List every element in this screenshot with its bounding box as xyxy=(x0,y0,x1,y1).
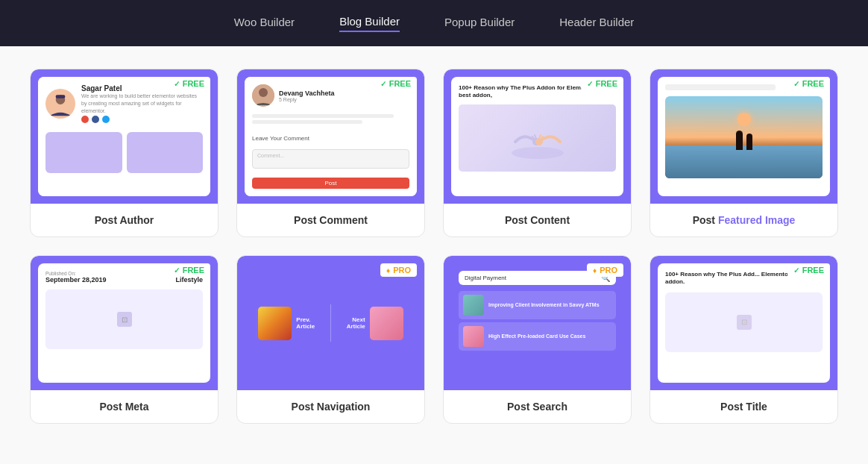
nav-header-builder[interactable]: Header Builder xyxy=(559,16,634,31)
svg-line-9 xyxy=(535,135,536,139)
badge-free-title: ✓ FREE xyxy=(787,263,830,277)
cards-row1: ✓ FREE xyxy=(30,69,838,237)
main-content: ✓ FREE xyxy=(0,46,868,464)
card-post-navigation[interactable]: ♦ PRO Prev. Article xyxy=(236,255,425,424)
nav-next-article-text: Article xyxy=(347,323,365,330)
author-icon-1 xyxy=(81,116,89,123)
badge-free-featured: ✓ FREE xyxy=(787,77,830,90)
comment-post-button[interactable]: Post xyxy=(252,178,409,189)
comment-user-name: Devang Vachheta xyxy=(279,90,335,97)
card-label-post-title: Post Title xyxy=(714,390,773,423)
meta-image: ⊡ xyxy=(45,289,203,349)
nav-prev-article: Prev. Article xyxy=(258,307,315,340)
featured-image xyxy=(665,96,823,178)
search-result-2: High Effect Pre-loaded Card Use Cases xyxy=(459,322,616,351)
author-icon-2 xyxy=(92,116,99,123)
nav-woo-builder[interactable]: Woo Builder xyxy=(234,16,295,31)
comment-reply-count: 5 Reply xyxy=(279,97,335,102)
svg-rect-2 xyxy=(56,95,66,98)
card-label-post-meta: Post Meta xyxy=(93,390,154,423)
search-result-1: Improving Client Involvement in Savvy AT… xyxy=(459,291,616,319)
nav-prev-label: Prev. xyxy=(296,316,315,323)
cards-row2: ✓ FREE Published On: September 28,2019 C… xyxy=(30,255,838,424)
svg-point-5 xyxy=(512,147,564,159)
top-nav: Woo Builder Blog Builder Popup Builder H… xyxy=(0,0,868,46)
author-avatar xyxy=(45,89,75,119)
svg-line-11 xyxy=(539,135,541,139)
search-result-thumb-1 xyxy=(463,295,484,316)
content-image xyxy=(459,104,616,172)
card-post-comment[interactable]: ✓ FREE xyxy=(236,69,425,237)
badge-free-content: ✓ FREE xyxy=(581,77,623,90)
comment-avatar xyxy=(252,84,274,107)
badge-pro-navigation: ♦ PRO xyxy=(380,263,417,277)
card-label-post-author: Post Author xyxy=(89,204,160,236)
search-query-text: Digital Payment xyxy=(465,275,601,281)
card-post-author[interactable]: ✓ FREE xyxy=(30,69,218,237)
nav-next-label: Next xyxy=(347,316,365,323)
nav-prev-article-text: Article xyxy=(296,323,315,330)
featured-title-bar xyxy=(665,84,776,90)
card-post-featured-image[interactable]: ✓ FREE xyxy=(650,69,838,237)
author-social-icons xyxy=(81,116,203,123)
meta-published-val: September 28,2019 xyxy=(45,276,107,284)
nav-next-article: Next Article xyxy=(347,307,403,340)
card-post-meta[interactable]: ✓ FREE Published On: September 28,2019 C… xyxy=(30,255,218,424)
author-description: We are working to build better elementor… xyxy=(81,93,203,114)
nav-next-img xyxy=(370,307,403,340)
badge-free-comment: ✓ FREE xyxy=(374,77,417,90)
card-post-content[interactable]: ✓ FREE 100+ Reason why The Plus Addon fo… xyxy=(443,69,632,237)
author-img-right xyxy=(127,132,204,173)
card-label-post-featured-image: Post Featured Image xyxy=(687,204,802,236)
search-result-text-1: Improving Client Involvement in Savvy AT… xyxy=(488,301,600,308)
card-post-search[interactable]: ♦ PRO Digital Payment 🔍 Improving Client… xyxy=(443,255,632,424)
badge-free-author: ✓ FREE xyxy=(168,77,210,90)
svg-point-4 xyxy=(259,88,268,97)
comment-textbox: Comment... xyxy=(252,149,409,169)
card-label-post-comment: Post Comment xyxy=(288,204,374,236)
card-post-title[interactable]: ✓ FREE 100+ Reason why The Plus Add... E… xyxy=(650,255,838,424)
search-result-thumb-2 xyxy=(463,326,484,347)
nav-divider xyxy=(330,304,331,342)
nav-prev-img xyxy=(258,307,292,340)
meta-image-icon: ⊡ xyxy=(117,312,132,327)
meta-published-key: Published On: xyxy=(45,271,107,276)
badge-pro-search: ♦ PRO xyxy=(587,263,623,277)
badge-free-meta: ✓ FREE xyxy=(168,263,210,277)
author-img-left xyxy=(45,132,122,173)
meta-category-val: Lifestyle xyxy=(175,276,203,284)
title-img-icon: ⊡ xyxy=(737,315,752,330)
nav-blog-builder[interactable]: Blog Builder xyxy=(339,15,400,32)
card-label-post-content: Post Content xyxy=(499,204,576,236)
title-img: ⊡ xyxy=(665,292,823,352)
author-icon-3 xyxy=(102,116,110,123)
card-label-post-search: Post Search xyxy=(501,390,573,423)
search-result-text-2: High Effect Pre-loaded Card Use Cases xyxy=(488,333,585,339)
comment-leave-label: Leave Your Comment xyxy=(252,135,409,142)
nav-popup-builder[interactable]: Popup Builder xyxy=(444,16,515,31)
card-label-post-navigation: Post Navigation xyxy=(286,390,377,423)
